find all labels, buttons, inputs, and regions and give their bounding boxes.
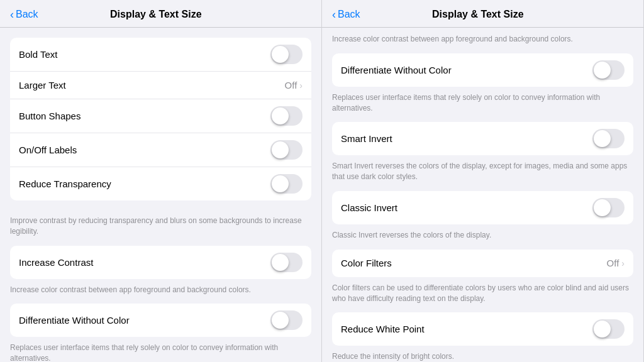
- left-nav-bar: ‹ Back Display & Text Size: [0, 0, 321, 28]
- reduce-white-point-row[interactable]: Reduce White Point: [332, 312, 633, 346]
- button-shapes-label: Button Shapes: [19, 111, 270, 121]
- bold-text-label: Bold Text: [19, 49, 270, 60]
- bold-text-toggle[interactable]: [270, 45, 303, 64]
- larger-text-label: Larger Text: [19, 80, 285, 90]
- group1-description: Improve contrast by reducing transparenc…: [0, 213, 321, 246]
- right-smart-invert-desc: Smart Invert reverses the colors of the …: [322, 158, 643, 191]
- right-smart-invert-label: Smart Invert: [341, 133, 592, 144]
- increase-contrast-block: Increase Contrast: [10, 246, 311, 279]
- color-filters-row[interactable]: Color Filters Off ›: [332, 250, 633, 277]
- right-smart-invert-block: Smart Invert: [332, 122, 633, 155]
- right-differentiate-block: Differentiate Without Color: [332, 53, 633, 87]
- increase-contrast-label: Increase Contrast: [19, 257, 270, 268]
- right-back-chevron-icon: ‹: [332, 9, 336, 20]
- reduce-white-point-desc: Reduce the intensity of bright colors.: [322, 348, 643, 362]
- increase-contrast-toggle[interactable]: [270, 253, 303, 272]
- differentiate-row[interactable]: Differentiate Without Color: [10, 304, 311, 337]
- left-group1: Bold Text Larger Text Off › Button Shape…: [10, 38, 311, 200]
- on-off-labels-toggle[interactable]: [270, 140, 303, 160]
- right-differentiate-toggle[interactable]: [592, 60, 625, 80]
- right-differentiate-label: Differentiate Without Color: [341, 65, 592, 75]
- reduce-transparency-toggle[interactable]: [270, 174, 303, 194]
- left-nav-title: Display & Text Size: [38, 9, 274, 20]
- right-differentiate-row[interactable]: Differentiate Without Color: [332, 53, 633, 87]
- left-back-button[interactable]: ‹ Back: [10, 9, 38, 20]
- color-filters-desc: Color filters can be used to differentia…: [322, 280, 643, 313]
- right-top-description: Increase color contrast between app fore…: [322, 34, 643, 53]
- color-filters-value: Off: [607, 258, 619, 268]
- differentiate-toggle[interactable]: [270, 310, 303, 330]
- right-panel: ‹ Back Display & Text Size Increase colo…: [322, 0, 644, 362]
- differentiate-label: Differentiate Without Color: [19, 315, 270, 326]
- right-back-button[interactable]: ‹ Back: [332, 9, 360, 20]
- right-classic-invert-block: Classic Invert: [332, 191, 633, 224]
- reduce-transparency-row[interactable]: Reduce Transparency: [10, 167, 311, 200]
- increase-contrast-desc: Increase color contrast between app fore…: [0, 282, 321, 304]
- reduce-white-point-toggle[interactable]: [592, 319, 625, 339]
- larger-text-row[interactable]: Larger Text Off ›: [10, 72, 311, 99]
- right-differentiate-desc: Replaces user interface items that rely …: [322, 89, 643, 123]
- right-classic-invert-toggle[interactable]: [592, 198, 625, 217]
- right-nav-bar: ‹ Back Display & Text Size: [322, 0, 643, 28]
- larger-text-value: Off: [285, 80, 297, 90]
- right-classic-invert-label: Classic Invert: [341, 202, 592, 213]
- on-off-labels-row[interactable]: On/Off Labels: [10, 133, 311, 167]
- right-nav-title: Display & Text Size: [360, 9, 596, 20]
- left-back-label: Back: [16, 9, 38, 20]
- reduce-white-point-block: Reduce White Point: [332, 312, 633, 346]
- reduce-white-point-label: Reduce White Point: [341, 324, 592, 334]
- differentiate-desc: Replaces user interface items that rely …: [0, 339, 321, 362]
- larger-text-chevron-icon: ›: [299, 80, 303, 90]
- left-panel: ‹ Back Display & Text Size Bold Text Lar…: [0, 0, 322, 362]
- color-filters-label: Color Filters: [341, 258, 607, 268]
- reduce-transparency-label: Reduce Transparency: [19, 178, 270, 189]
- on-off-labels-label: On/Off Labels: [19, 145, 270, 155]
- color-filters-chevron-icon: ›: [621, 258, 625, 268]
- color-filters-block: Color Filters Off ›: [332, 250, 633, 277]
- button-shapes-row[interactable]: Button Shapes: [10, 99, 311, 133]
- back-chevron-icon: ‹: [10, 9, 14, 20]
- right-smart-invert-row[interactable]: Smart Invert: [332, 122, 633, 155]
- differentiate-block: Differentiate Without Color: [10, 304, 311, 337]
- right-classic-invert-desc: Classic Invert reverses the colors of th…: [322, 227, 643, 250]
- increase-contrast-row[interactable]: Increase Contrast: [10, 246, 311, 279]
- right-scroll-area: Increase color contrast between app fore…: [322, 28, 643, 362]
- bold-text-row[interactable]: Bold Text: [10, 38, 311, 72]
- right-back-label: Back: [338, 9, 360, 20]
- button-shapes-toggle[interactable]: [270, 106, 303, 126]
- right-smart-invert-toggle[interactable]: [592, 129, 625, 148]
- right-classic-invert-row[interactable]: Classic Invert: [332, 191, 633, 224]
- left-scroll-area: Bold Text Larger Text Off › Button Shape…: [0, 28, 321, 362]
